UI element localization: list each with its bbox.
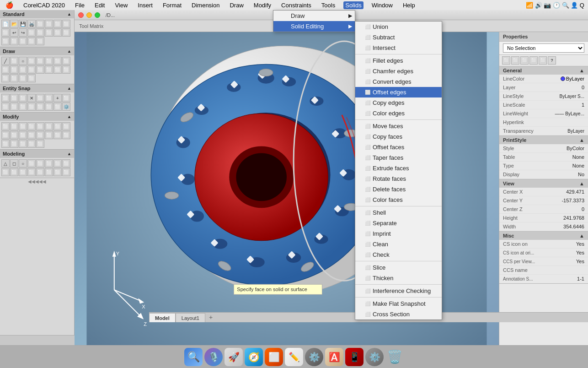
traffic-light-fullscreen[interactable] [95,12,100,18]
menu-move-faces[interactable]: ⬜ Move faces [355,121,442,131]
draw-t20[interactable]: ⬜ [27,74,36,82]
menu-delete-faces[interactable]: ⬜ Delete faces [355,184,442,195]
sidebar-entity-snap-header[interactable]: Entity Snap ▲ [0,84,74,92]
draw-t10[interactable]: ⬜ [10,65,18,74]
props-icon-3[interactable]: ⬜ [520,56,529,65]
menu-cross-section[interactable]: ⬜ Cross Section [355,309,442,319]
snap-t5[interactable]: ⬜ [36,94,44,102]
sidebar-draw-header[interactable]: Draw ▲ [0,47,74,55]
tool-t3[interactable]: ⬜ [53,20,62,28]
props-icon-1[interactable]: ⬜ [502,56,510,65]
menu-offset-edges[interactable]: ⬜ Offset edges [355,87,442,97]
snap-t2[interactable]: ⬜ [10,94,18,102]
menu-copy-faces[interactable]: ⬜ Copy faces [355,131,442,142]
draw-t3[interactable]: ○ [19,57,27,65]
menu-color-faces[interactable]: ⬜ Color faces [355,195,442,205]
props-view-header[interactable]: View ▲ [499,179,588,188]
menu-draw[interactable]: Draw [228,1,245,9]
modeling-t1[interactable]: △ [1,159,10,168]
dock-finder[interactable]: 🔍 [184,348,203,366]
modeling-t11[interactable]: ⬜ [19,168,27,176]
props-icon-5[interactable]: ⬜ [539,56,547,65]
draw-t4[interactable]: ⬜ [27,57,36,65]
snap-t9[interactable]: ⬜ [1,103,10,111]
dock-corelcad[interactable]: ⬜ [265,348,283,366]
menu-format[interactable]: Format [161,1,183,9]
draw-t9[interactable]: ⬜ [1,65,10,74]
snap-t3[interactable]: ⬜ [19,94,27,102]
dock-launchpad[interactable]: 🚀 [225,348,243,366]
props-icon-4[interactable]: ⬜ [529,56,538,65]
menu-chamfer-edges[interactable]: ⬜ Chamfer edges [355,66,442,76]
modeling-t12[interactable]: ⬜ [27,168,36,176]
tool-t14[interactable]: ⬜ [10,37,18,45]
menu-corelcad[interactable]: CorelCAD 2020 [21,1,67,9]
modify-t20[interactable]: ⬜ [27,140,36,148]
modeling-t5[interactable]: ⬜ [36,159,44,168]
modeling-t9[interactable]: ⬜ [1,168,10,176]
menu-item-draw[interactable]: Draw ▶ [273,11,355,21]
modeling-t8[interactable]: ⬜ [62,159,70,168]
props-misc-header[interactable]: Misc ▲ [499,232,588,240]
menu-separate[interactable]: ⬜ Separate [355,218,442,228]
modify-t12[interactable]: ⬜ [27,131,36,139]
modify-t19[interactable]: ⬜ [19,140,27,148]
modify-t17[interactable]: ⬜ [1,140,10,148]
snap-t6[interactable]: ⬜ [45,94,53,102]
modeling-t7[interactable]: ⬜ [53,159,62,168]
tool-print[interactable]: 🖨️ [27,20,36,28]
draw-t18[interactable]: ⬜ [10,74,18,82]
tool-t8[interactable]: ⬜ [27,28,36,37]
modify-t6[interactable]: ⬜ [45,122,53,130]
no-selection-dropdown[interactable]: No Selection [503,43,584,53]
tool-t5[interactable]: ⬜ [1,28,10,37]
tab-model[interactable]: Model [149,313,176,322]
menu-clean[interactable]: ⬜ Clean [355,239,442,249]
draw-t5[interactable]: ⬜ [36,57,44,65]
tool-t1[interactable]: ⬜ [36,20,44,28]
snap-t12[interactable]: ⬜ [27,103,36,111]
draw-t15[interactable]: ⬜ [53,65,62,74]
menu-fillet-edges[interactable]: ⬜ Fillet edges [355,55,442,66]
modify-t9[interactable]: ⬜ [1,131,10,139]
snap-t8[interactable]: ⬜ [62,94,70,102]
draw-t6[interactable]: ⬜ [45,57,53,65]
menu-modify[interactable]: Modify [252,1,273,9]
modify-t7[interactable]: ⬜ [53,122,62,130]
menu-shell[interactable]: ⬜ Shell [355,207,442,218]
props-icon-2[interactable]: ⬜ [511,56,519,65]
dock-pen[interactable]: ✏️ [285,348,303,366]
menu-edit[interactable]: Edit [93,1,107,9]
tool-t2[interactable]: ⬜ [45,20,53,28]
modify-t5[interactable]: ⬜ [36,122,44,130]
tool-open[interactable]: 📂 [10,20,18,28]
menu-slice[interactable]: ⬜ Slice [355,262,442,273]
menu-extrude-faces[interactable]: ⬜ Extrude faces [355,163,442,173]
menu-union[interactable]: ⬜ Union [355,22,442,32]
draw-t12[interactable]: ⬜ [27,65,36,74]
menu-taper-faces[interactable]: ⬜ Taper faces [355,152,442,163]
menu-insert[interactable]: Insert [136,1,155,9]
menu-file[interactable]: File [73,1,86,9]
sidebar-modify-header[interactable]: Modify ▲ [0,113,74,121]
modify-t1[interactable]: ⬜ [1,122,10,130]
dock-safari[interactable]: 🧭 [245,348,263,366]
modify-t21[interactable]: ⬜ [36,140,44,148]
menu-tools[interactable]: Tools [320,1,337,9]
draw-t16[interactable]: ⬜ [62,65,70,74]
menu-interference-checking[interactable]: ⬜ Interference Checking [355,286,442,296]
dock-trash[interactable]: 🗑️ [385,348,404,366]
modify-t10[interactable]: ⬜ [10,131,18,139]
menu-help[interactable]: Help [401,1,417,9]
dock-system-pref[interactable]: ⚙️ [365,348,384,366]
dock-settings[interactable]: ⚙️ [305,348,323,366]
menu-constraints[interactable]: Constraints [279,1,313,9]
menu-check[interactable]: ⬜ Check [355,249,442,260]
modeling-t13[interactable]: ⬜ [36,168,44,176]
menu-intersect[interactable]: ⬜ Intersect [355,43,442,53]
menu-thicken[interactable]: ⬜ Thicken [355,273,442,283]
traffic-light-close[interactable] [78,12,84,18]
menu-make-flat-snapshot[interactable]: ⬜ Make Flat Snapshot [355,298,442,309]
draw-t17[interactable]: ⬜ [1,74,10,82]
tool-t12[interactable]: ⬜ [62,28,70,37]
